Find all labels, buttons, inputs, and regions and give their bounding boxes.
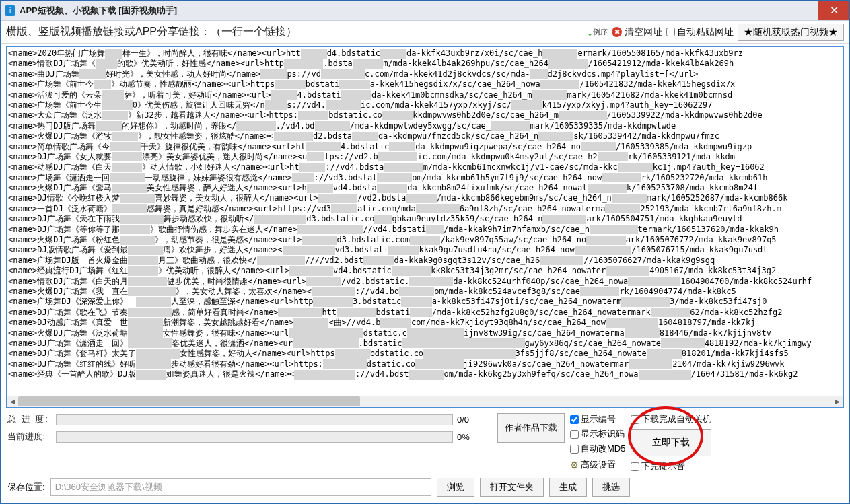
url-line: <name>DJ广场舞《天在下雨我舞步动感欢快，很动听</d3.bdstatic…	[8, 214, 843, 224]
app-icon: i	[5, 5, 15, 16]
titlebar: i APP短视频、小视频下载 [固乔视频助手] — ✕	[1, 1, 849, 21]
minimize-button[interactable]: —	[756, 1, 787, 20]
clear-urls-button[interactable]: ✖ 清空网址	[612, 26, 662, 38]
scroll-right-icon[interactable]: ►	[832, 396, 843, 407]
total-progress-label: 总 进 度:	[7, 413, 56, 425]
current-progress-label: 当前进度:	[7, 431, 56, 443]
url-line: <name>简单情歌广场舞《今千天》旋律很优美，有韵味</name><url>h…	[8, 142, 843, 152]
save-row: 保存位置: 浏览 打开文件夹 生成 挑选	[7, 478, 843, 497]
total-progress-bar	[56, 414, 453, 425]
x-icon: ✖	[612, 27, 622, 37]
close-button[interactable]: ✕	[818, 1, 849, 20]
horizontal-scrollbar[interactable]: ◄ ►	[7, 396, 843, 407]
window-title: APP短视频、小视频下载 [固乔视频助手]	[20, 5, 756, 17]
bottom-panel: 总 进 度: 0/0 作者作品下载 显示编号 显示标识码 自动改MD5 ⚙高级设…	[1, 409, 849, 503]
url-line: <name>大众广场舞《泛水》新32步，越看越迷人</name><url>htt…	[8, 110, 843, 120]
scroll-left-icon[interactable]: ◄	[7, 396, 18, 407]
url-line: <name>一首DJ《泛水荷塘》感舞姿，真是好动感</name><url>htt…	[8, 204, 843, 214]
url-prompt-label: 横版、竖版视频播放链接或APP分享链接：（一行一个链接）	[6, 25, 583, 39]
advanced-settings-button[interactable]: ⚙高级设置	[570, 459, 625, 471]
finish-sound-checkbox[interactable]: 下完提示音	[631, 460, 711, 472]
url-line: <name>DJ广场舞《套马杆》太美了女性感舞姿，好动人</name><url>…	[8, 349, 843, 359]
open-folder-button[interactable]: 打开文件夹	[480, 478, 544, 497]
app-window: i APP短视频、小视频下载 [固乔视频助手] — ✕ 横版、竖版视频播放链接或…	[0, 0, 850, 504]
url-line: <name>火爆DJ广场舞《我一直在》，美女动人舞姿，太喜欢</name><:/…	[8, 287, 843, 297]
url-line: <name>情歌DJ广场舞《白天的月健步优美，时尚很情趣</name><url>…	[8, 277, 843, 287]
scrollbar-track[interactable]	[18, 396, 832, 407]
browse-button[interactable]: 浏览	[437, 478, 474, 497]
author-works-download-button[interactable]: 作者作品下载	[497, 413, 565, 443]
url-line: <name>DJ版情歌广场舞《爱到最痛》欢快舞步，好迷人</name><vd3.…	[8, 245, 843, 255]
url-line: <name>广场舞《前世今》动感节奏，性感靓丽</name><url>https…	[8, 79, 843, 89]
download-now-button[interactable]: 立即下载	[631, 429, 711, 456]
auto-paste-checkbox[interactable]: 自动粘贴网址	[666, 26, 734, 38]
right-controls: 作者作品下载 显示编号 显示标识码 自动改MD5 ⚙高级设置 下载完成自动关机 …	[493, 413, 843, 472]
url-line: <name>DJ情歌《今晚红楼入梦喜妙舞姿，美女动人，很醉人</name><ur…	[8, 193, 843, 203]
url-line: <name>情歌DJ广场舞《的歌》优美动听，好性感</name><url>htt…	[8, 59, 843, 69]
url-line: <name>2020年热门广场舞样一生》，时尚醉人，很有味</name><url…	[8, 48, 843, 59]
random-hot-video-button[interactable]: ★随机获取热门视频★	[738, 24, 844, 41]
url-line: <name>曲DJ广场舞好时光》，美女性感，动人好时尚</name>ps://v…	[8, 69, 843, 79]
scrollbar-thumb[interactable]	[18, 396, 360, 406]
show-number-checkbox[interactable]: 显示编号	[570, 413, 625, 425]
url-line: <name>广场舞DJ版一首火爆金曲月三》歌曲动感，很欢快</////vd2.b…	[8, 256, 843, 266]
auto-md5-checkbox[interactable]: 自动改MD5	[570, 443, 625, 455]
maximize-button[interactable]	[787, 1, 818, 20]
url-line: <name>DJ动感广场舞《真爱一世新潮舞姿，美女越跳越好看</name><曲>…	[8, 318, 843, 328]
url-line: <name>广场舞DJ《深深爱上你》一人至深，感触至深</name><url>h…	[8, 297, 843, 307]
save-path-label: 保存位置:	[7, 481, 45, 493]
url-line: <name>DJ广场舞《等你等了那》歌曲抒情伤感，舞步实在迷人</name>//…	[8, 225, 843, 235]
url-line: <name>DJ广场舞《红红的线》好听步动感好看很有劲</name><url>h…	[8, 359, 843, 369]
current-progress-bar	[56, 431, 453, 443]
pick-button[interactable]: 挑选	[592, 478, 630, 497]
url-textarea-wrap: <name>2020年热门广场舞样一生》，时尚醉人，很有味</name><url…	[6, 46, 844, 408]
url-line: <name>广场舞《潇洒走一回一动感旋律，妹妹舞姿很有感觉</name>://v…	[8, 173, 843, 183]
url-textarea[interactable]: <name>2020年热门广场舞样一生》，时尚醉人，很有味</name><url…	[7, 47, 843, 396]
url-line: <name>火爆DJ广场舞《粉红色》，动感节奏，很是美感</name><url>…	[8, 235, 843, 245]
url-line: <name>动感DJ广场舞《白天》动人情歌，小姐好迷人</name><url>h…	[8, 162, 843, 172]
url-line: <name>广场舞《前世今生0》优美伤感，旋律让人回味无穷</ns://vd4.…	[8, 100, 843, 110]
window-controls: — ✕	[756, 1, 849, 20]
url-line: <name>火爆DJ广场舞《泛水荷塘女性感舞姿，很有味</name><urlds…	[8, 328, 843, 338]
url-line: <name>经典流行DJ广场舞《红红》优美动听，很醉人</name><url>v…	[8, 266, 843, 276]
url-line: <name>热门DJ版广场舞的好想你》，动感时尚，养眼</./vd4.bd/md…	[8, 121, 843, 131]
url-line: <name>火爆DJ广场舞《游牧》，靓女性感舞姿，很炫酷</name><d2.b…	[8, 131, 843, 141]
url-line: <name>DJ广场舞《女人就要漂亮》美女舞姿优美，迷人很时尚</name><u…	[8, 152, 843, 162]
url-line: <name>经典《一首醉人的歌》DJ版姐舞姿真迷人，很是火辣</name><:/…	[8, 369, 843, 380]
current-progress-pct: 0%	[453, 432, 485, 442]
url-line: <name>DJ广场舞《歌在飞》节奏感，简单好看真时尚</name>httbds…	[8, 308, 843, 318]
options-group: 显示编号 显示标识码 自动改MD5 ⚙高级设置	[570, 413, 625, 471]
show-code-checkbox[interactable]: 显示标识码	[570, 428, 625, 440]
url-line: <name>火爆DJ广场舞《套马美女性感舞姿，醉人好迷人</name><url>…	[8, 183, 843, 193]
download-box: 下载完成自动关机 立即下载 下完提示音	[631, 413, 711, 472]
shutdown-after-checkbox[interactable]: 下载完成自动关机	[631, 413, 711, 425]
arrow-down-icon: ↓	[587, 25, 593, 39]
generate-button[interactable]: 生成	[549, 478, 587, 497]
url-line: <name>DJ广场舞《潇洒走一回》姿优美迷人，很潇洒</name><ur.bd…	[8, 338, 843, 349]
total-progress-ratio: 0/0	[453, 415, 485, 425]
sort-button[interactable]: ↓ 倒序	[587, 25, 608, 39]
gear-icon: ⚙	[570, 460, 579, 470]
toolbar: 横版、竖版视频播放链接或APP分享链接：（一行一个链接） ↓ 倒序 ✖ 清空网址…	[1, 21, 849, 44]
save-path-input[interactable]	[50, 478, 431, 496]
url-line: <name>活泼可爱的《云朵萨》，听着可美，好动听</name><url>4.b…	[8, 90, 843, 100]
